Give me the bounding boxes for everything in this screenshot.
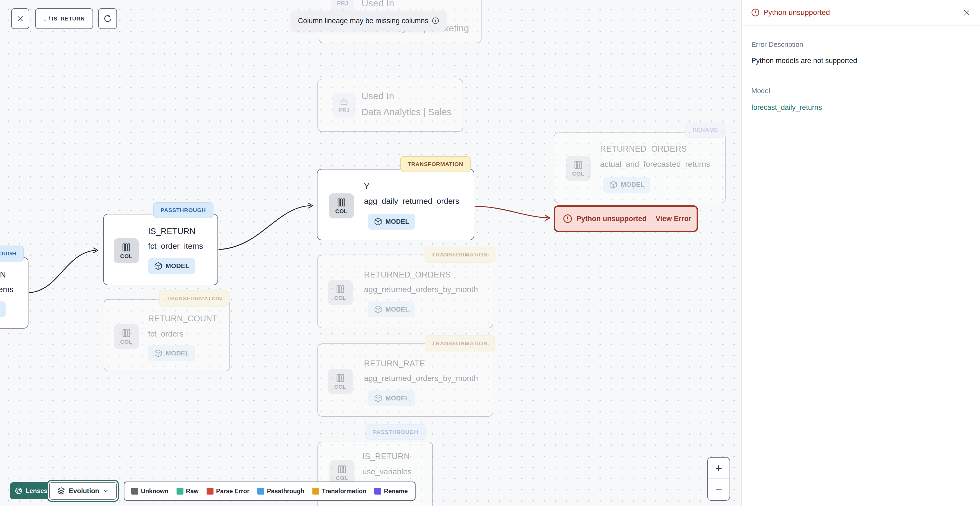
- node-title: RETURN_COUNT: [148, 314, 217, 324]
- error-description-label: Error Description: [751, 40, 970, 49]
- model-label: MODEL: [385, 306, 409, 313]
- close-lineage-button[interactable]: [11, 8, 29, 29]
- lineage-warning-banner: Column lineage may be missing columns: [291, 11, 446, 31]
- cube-icon: [374, 217, 382, 226]
- lens-badge-transformation: TRANSFORMATION: [159, 291, 229, 306]
- node-used-in-sales[interactable]: PRJ Used In Data Analytics | Sales: [317, 79, 463, 132]
- node-subtitle: actual_and_forecasted_returns: [600, 160, 710, 169]
- node-title: RETURN_RATE: [364, 359, 425, 369]
- node-upstream-fct-order-items[interactable]: PASSTHROUGH IS_RETURN fct_order_items MO…: [0, 257, 29, 329]
- model-badge: MODEL: [368, 390, 415, 406]
- breadcrumb-label: .. / IS_RETURN: [43, 16, 84, 22]
- model-label: MODEL: [385, 394, 409, 402]
- node-agg-daily-returned-orders[interactable]: TRANSFORMATION COL Y agg_daily_returned_…: [317, 169, 474, 240]
- model-badge: MODEL: [603, 177, 650, 193]
- model-badge: MODEL: [0, 302, 6, 318]
- lens-badge-transformation: TRANSFORMATION: [425, 335, 495, 351]
- node-subtitle: use_variables: [363, 467, 412, 476]
- columns-icon: [121, 328, 131, 338]
- node-title: RETURNED_ORDERS: [600, 144, 687, 154]
- cube-icon: [609, 180, 617, 189]
- column-kind-badge: COL: [329, 193, 354, 219]
- project-kind-badge: PRJ: [332, 93, 355, 118]
- breadcrumb[interactable]: .. / IS_RETURN: [35, 8, 93, 29]
- view-error-link[interactable]: View Error: [655, 215, 692, 223]
- error-chip-label: Python unsupported: [576, 215, 647, 223]
- python-unsupported-error-chip[interactable]: Python unsupported View Error: [554, 205, 698, 232]
- legend-swatch: [131, 488, 138, 495]
- lens-badge-passthrough: PASSTHROUGH: [366, 424, 426, 440]
- kind-label: COL: [572, 171, 584, 177]
- error-panel-title: Python unsupported: [763, 8, 830, 17]
- column-kind-badge: COL: [114, 324, 139, 349]
- model-label: MODEL: [385, 218, 409, 225]
- node-fct-orders[interactable]: TRANSFORMATION COL RETURN_COUNT fct_orde…: [104, 299, 230, 371]
- lens-badge-rename: RENAME: [685, 122, 725, 138]
- node-title: IS_RETURN: [0, 270, 6, 279]
- cube-icon: [154, 262, 162, 270]
- refresh-button[interactable]: [98, 8, 117, 29]
- legend-label: Rename: [384, 488, 407, 495]
- node-return-rate[interactable]: TRANSFORMATION COL RETURN_RATE agg_retur…: [317, 343, 493, 417]
- node-fct-order-items[interactable]: PASSTHROUGH COL IS_RETURN fct_order_item…: [103, 214, 218, 285]
- model-badge: MODEL: [368, 214, 415, 230]
- error-detail-panel: Python unsupported Error Description Pyt…: [741, 0, 980, 506]
- kind-label: COL: [120, 338, 132, 345]
- kind-label: COL: [334, 295, 347, 301]
- legend-label: Parse Error: [216, 488, 250, 495]
- columns-icon: [121, 243, 131, 252]
- legend-label: Passthrough: [267, 488, 304, 495]
- column-kind-badge: COL: [328, 280, 353, 305]
- kind-label: COL: [336, 475, 348, 481]
- legend-swatch: [257, 488, 264, 495]
- node-agg-returned-orders-by-month[interactable]: TRANSFORMATION COL RETURNED_ORDERS agg_r…: [317, 255, 493, 328]
- node-actual-and-forecasted-returns[interactable]: RENAME COL RETURNED_ORDERS actual_and_fo…: [554, 132, 725, 203]
- legend-item-unknown: Unknown: [131, 488, 169, 495]
- node-title: Used In: [361, 91, 394, 101]
- columns-icon: [336, 373, 345, 383]
- close-icon: [16, 14, 24, 22]
- cube-icon: [374, 394, 382, 402]
- zoom-out-button[interactable]: −: [708, 479, 730, 500]
- legend-item-passthrough: Passthrough: [257, 488, 304, 495]
- model-link[interactable]: forecast_daily_returns: [751, 104, 822, 113]
- columns-icon: [337, 464, 347, 474]
- banner-text: Column lineage may be missing columns: [298, 17, 429, 25]
- legend-label: Raw: [186, 488, 199, 495]
- column-kind-badge: COL: [566, 156, 591, 181]
- model-label: MODEL: [165, 262, 189, 270]
- kind-label: COL: [120, 253, 132, 259]
- node-subtitle: fct_order_items: [0, 285, 14, 294]
- legend-item-rename: Rename: [374, 488, 407, 495]
- node-title: IS_RETURN: [148, 227, 196, 236]
- model-label: Model: [751, 87, 970, 95]
- zoom-in-button[interactable]: +: [708, 458, 730, 479]
- columns-icon: [337, 198, 346, 207]
- lens-badge-transformation: TRANSFORMATION: [425, 247, 495, 263]
- layers-icon: [57, 487, 65, 495]
- legend-swatch: [374, 488, 381, 495]
- node-title: Y: [364, 182, 369, 191]
- model-label: MODEL: [165, 350, 189, 357]
- columns-icon: [336, 284, 345, 294]
- aperture-icon: [14, 487, 22, 495]
- legend-swatch: [177, 488, 183, 495]
- columns-icon: [573, 160, 583, 170]
- kind-label: COL: [335, 208, 347, 214]
- close-icon: [963, 8, 971, 17]
- lens-badge-transformation: TRANSFORMATION: [400, 156, 471, 172]
- model-badge: MODEL: [368, 302, 415, 318]
- lens-selector-dropdown[interactable]: Evolution: [47, 480, 119, 502]
- legend-swatch: [207, 488, 213, 495]
- lens-badge-passthrough: PASSTHROUGH: [0, 246, 24, 262]
- info-icon[interactable]: [431, 17, 439, 25]
- warning-icon: [563, 214, 573, 224]
- close-panel-button[interactable]: [961, 7, 972, 19]
- cube-icon: [374, 305, 382, 314]
- model-badge: MODEL: [148, 258, 195, 274]
- column-kind-badge: COL: [114, 238, 139, 263]
- legend-label: Unknown: [141, 488, 169, 495]
- legend-item-transformation: Transformation: [312, 488, 366, 495]
- selected-lens-label: Evolution: [69, 487, 99, 495]
- legend-label: Transformation: [322, 488, 366, 495]
